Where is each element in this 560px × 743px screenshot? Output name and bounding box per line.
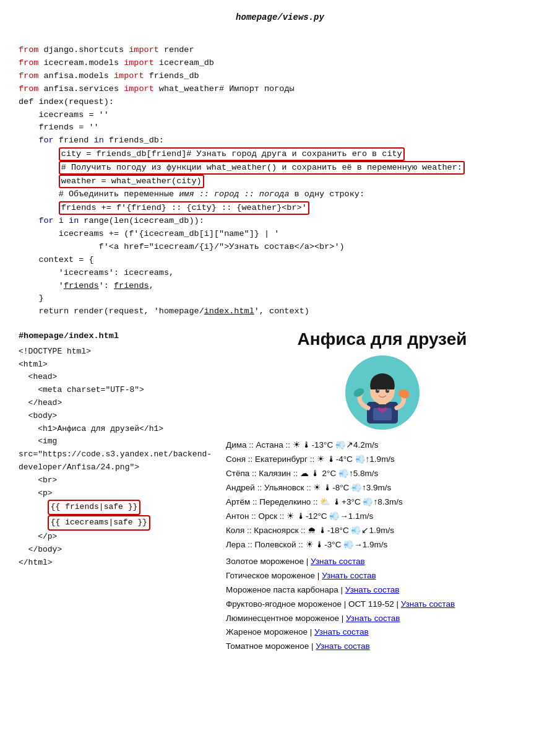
html-code-lines: <!DOCTYPE html> <html> <head> <meta char… xyxy=(19,345,217,570)
icecream-link[interactable]: Узнать состав xyxy=(316,641,370,651)
icecream-link[interactable]: Узнать состав xyxy=(314,627,369,637)
html-code-panel: #homepage/index.html <!DOCTYPE html> <ht… xyxy=(19,329,217,654)
icecreams-list: Золотое мороженое | Узнать состав Готиче… xyxy=(223,555,455,654)
list-item: Коля :: Красноярск :: 🌧 🌡-18°C 💨↙1.9m/s xyxy=(226,524,403,538)
right-panel: Анфиса для друзей xyxy=(217,329,541,654)
list-item: Соня :: Екатеринбург :: ☀ 🌡-4°C 💨↑1.9m/s xyxy=(226,453,403,467)
icecream-link[interactable]: Узнать состав xyxy=(401,599,455,609)
list-item: Золотое мороженое | Узнать состав xyxy=(226,555,455,569)
list-item: Лера :: Полевской :: ☀ 🌡-3°C 💨→1.9m/s xyxy=(226,538,403,552)
icecream-link[interactable]: Узнать состав xyxy=(311,557,365,566)
list-item: Мороженое паста карбонара | Узнать соста… xyxy=(226,583,455,597)
anfisa-title: Анфиса для друзей xyxy=(298,329,467,349)
friends-list: Дима :: Астана :: ☀ 🌡-13°C 💨↗4.2m/s Соня… xyxy=(223,438,403,552)
bottom-area: #homepage/index.html <!DOCTYPE html> <ht… xyxy=(19,329,541,654)
list-item: Томатное мороженое | Узнать состав xyxy=(226,640,455,654)
list-item: Стёпа :: Калязин :: ☁ 🌡 2°C 💨↑5.8m/s xyxy=(226,467,403,481)
icecreams-template-var: {{ icecreams|safe }} xyxy=(48,515,150,531)
code-block: from django.shortcuts import render from… xyxy=(19,31,541,318)
list-item: Готическое мороженое | Узнать состав xyxy=(226,569,455,583)
icecream-link[interactable]: Узнать состав xyxy=(345,585,400,594)
list-item: Артём :: Переделкино :: ⛅ 🌡+3°C 💨↑8.3m/s xyxy=(226,495,403,510)
icecream-link[interactable]: Узнать состав xyxy=(346,614,400,623)
list-item: Антон :: Орск :: ☀ 🌡-12°C 💨→1.1m/s xyxy=(226,510,403,524)
icecream-link[interactable]: Узнать состав xyxy=(322,571,376,580)
friends-template-var: {{ friends|safe }} xyxy=(48,500,140,515)
list-item: Дима :: Астана :: ☀ 🌡-13°C 💨↗4.2m/s xyxy=(226,438,403,453)
list-item: Фруктово-ягодное мороженое | ОСТ 119-52 … xyxy=(226,597,455,612)
anfisa-avatar xyxy=(345,355,420,430)
list-item: Люминесцентное мороженое | Узнать состав xyxy=(226,612,455,626)
html-section-title: #homepage/index.html xyxy=(19,329,217,343)
list-item: Андрей :: Ульяновск :: ☀ 🌡-8°C 💨↑3.9m/s xyxy=(226,481,403,495)
file-title: homepage/views.py xyxy=(19,12,541,22)
svg-rect-10 xyxy=(373,408,392,420)
list-item: Жареное мороженое | Узнать состав xyxy=(226,625,455,640)
